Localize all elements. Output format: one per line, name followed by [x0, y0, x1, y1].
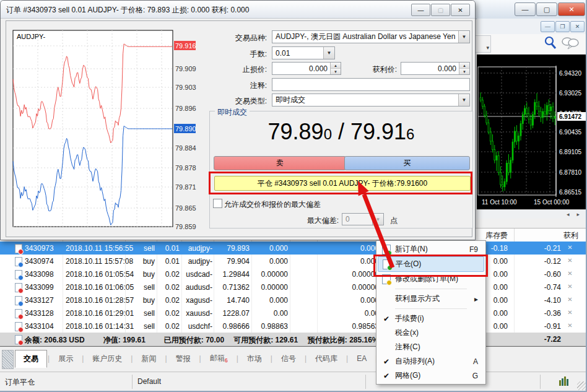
menu-item-c[interactable]: 注释(C)	[378, 340, 484, 354]
comment-input[interactable]	[272, 78, 470, 91]
menu-item-n[interactable]: 新订单(N)F9	[378, 242, 484, 256]
close-order-x-button[interactable]: ✕	[566, 309, 574, 317]
table-row[interactable]: 34330992018.10.16 01:06:05sell0.02audusd…	[0, 281, 587, 294]
main-maximize-button[interactable]: ▢	[536, 2, 557, 16]
dialog-close-button[interactable]: ✕	[451, 4, 470, 16]
group-title: 即时成交	[215, 107, 250, 118]
cell-type: buy	[128, 296, 155, 305]
cell-symbol: audjpy-	[180, 257, 212, 266]
max-deviation-unit: 点	[390, 216, 398, 226]
row-divider	[317, 307, 318, 320]
header-swap[interactable]: 库存费	[479, 230, 508, 241]
close-order-x-button[interactable]: ✕	[566, 270, 574, 278]
symbol-select[interactable]: AUDJPY-, 澳元日圆 Australian Dollar vs Japan…	[272, 30, 470, 43]
status-profile[interactable]: Default	[137, 377, 161, 386]
chat-icon[interactable]	[562, 38, 578, 49]
cell-sl: 0.000	[253, 257, 288, 266]
tab-信号[interactable]: 信号	[273, 351, 304, 367]
takeprofit-input[interactable]: 0.000 ▲▼	[401, 62, 470, 75]
buy-button[interactable]: 买	[344, 156, 470, 170]
cell-symbol: audusd-	[180, 283, 212, 292]
scroll-left-icon[interactable]: ◂	[567, 211, 570, 217]
close-order-x-button[interactable]: ✕	[566, 257, 574, 265]
usdcnh-candle-chart[interactable]: 6.943206.930256.917206.904356.891056.878…	[477, 54, 587, 209]
menu-item-label: 新订单(N)	[395, 244, 469, 255]
menu-item-[interactable]: 获利显示方式▸	[378, 292, 484, 306]
cell-profit: -0.60	[533, 270, 561, 279]
table-row[interactable]: 34331282018.10.16 01:29:01sell0.02xauusd…	[0, 307, 587, 320]
menu-item-label: 税金(x)	[395, 328, 484, 338]
takeprofit-value: 0.000	[401, 64, 459, 73]
chevron-down-icon[interactable]: ▼	[458, 31, 469, 43]
table-row[interactable]: 34331272018.10.16 01:28:57buy0.02xagusd-…	[0, 294, 587, 307]
menu-item-x[interactable]: 税金(x)	[378, 326, 484, 340]
close-position-button[interactable]: 平仓 #3430973 sell 0.01 AUDJPY- 于价格:79.916…	[214, 176, 471, 191]
comment-label: 注释:	[207, 81, 267, 91]
chevron-down-icon: ▾	[486, 45, 489, 51]
menu-item-gutter: ✔	[378, 372, 395, 380]
row-divider	[514, 294, 515, 307]
chart-close-button[interactable]: ✕	[570, 21, 585, 32]
search-icon[interactable]	[546, 37, 555, 48]
cell-lots: 0.01	[159, 257, 180, 266]
max-deviation-checkbox[interactable]	[213, 199, 222, 208]
menu-item-i[interactable]: ✔手续费(i)	[378, 311, 484, 326]
cell-order: 3430973	[25, 244, 62, 253]
terminal-grip[interactable]	[2, 350, 14, 369]
ask-last-digit: 6	[406, 126, 414, 142]
chart-hscrollbar[interactable]: ◂ ▸	[477, 209, 587, 219]
sell-button[interactable]: 卖	[214, 156, 346, 170]
table-row[interactable]: 34331042018.10.16 01:14:31sell0.02usdchf…	[0, 320, 587, 333]
close-order-x-button[interactable]: ✕	[566, 283, 574, 291]
menu-item-o[interactable]: 平仓(O)	[378, 256, 484, 272]
resize-grip[interactable]	[577, 381, 586, 390]
main-close-button[interactable]: ✕	[558, 2, 585, 16]
row-divider	[63, 307, 63, 320]
cell-sl: 0.00000	[253, 283, 288, 292]
tab-展示[interactable]: 展示	[50, 351, 81, 367]
tab-邮箱[interactable]: 邮箱6	[202, 350, 236, 367]
toolbar-dropdown-button[interactable]: ▾	[474, 35, 491, 53]
table-row[interactable]: 34330982018.10.16 01:05:54buy0.02usdcad-…	[0, 268, 587, 281]
table-row[interactable]: 34309732018.10.11 15:56:55sell0.01audjpy…	[0, 242, 587, 255]
buy-order-icon	[15, 296, 22, 305]
close-order-x-button[interactable]: ✕	[566, 322, 574, 330]
takeprofit-stepper[interactable]: ▲▼	[459, 63, 469, 74]
close-order-x-button[interactable]: ✕	[566, 244, 574, 252]
tab-divider: |	[346, 354, 348, 363]
chevron-down-icon[interactable]: ▼	[458, 94, 469, 106]
stoploss-input[interactable]: 0.000 ▲▼	[272, 62, 341, 75]
chart-minimize-button[interactable]: —	[541, 21, 555, 32]
tab-市场[interactable]: 市场	[239, 351, 270, 367]
row-divider	[290, 255, 290, 268]
tab-divider: |	[305, 354, 307, 363]
main-minimize-button[interactable]: —	[515, 2, 536, 16]
tab-新闻[interactable]: 新闻	[133, 351, 164, 367]
sell-order-icon	[15, 309, 22, 318]
tab-代码库[interactable]: 代码库	[307, 351, 346, 367]
menu-item-a[interactable]: ✔自动排列(A)A	[378, 354, 484, 368]
close-order-x-button[interactable]: ✕	[566, 296, 574, 304]
cell-tp: 0.000	[343, 244, 379, 253]
scroll-right-icon[interactable]: ▸	[576, 211, 580, 217]
tab-警报[interactable]: 警报	[168, 351, 199, 367]
order-type-select[interactable]: 即时成交 ▼	[272, 94, 470, 107]
bid-price: 79.89	[268, 119, 324, 144]
cell-tp: 0.00000	[343, 270, 379, 279]
header-profit[interactable]: 获利	[554, 230, 578, 241]
row-divider	[214, 281, 214, 294]
table-row[interactable]: 34309742018.10.11 15:57:08buy0.01audjpy-…	[0, 255, 587, 268]
tab-交易[interactable]: 交易	[15, 350, 47, 368]
chart-restore-button[interactable]: ❐	[555, 21, 570, 32]
dialog-minimize-button[interactable]: —	[411, 4, 430, 16]
order-type-label: 交易类型:	[207, 96, 267, 107]
menu-item-m[interactable]: 修改或删除订单(M)	[378, 272, 484, 286]
cell-tp: 0.000	[343, 296, 379, 305]
menu-item-g[interactable]: ✔网格(G)G	[378, 368, 484, 383]
volume-select[interactable]: 0.01 ▼	[272, 46, 335, 59]
dialog-titlebar[interactable]: 订单 #3430973 sell 0.01 AUDJPY- 于价格: 79.89…	[1, 1, 475, 19]
tab-EA[interactable]: EA	[349, 351, 375, 366]
tab-账户历史[interactable]: 账户历史	[84, 351, 130, 367]
balance-profit-total: -7.22	[533, 335, 561, 344]
chevron-down-icon[interactable]: ▼	[323, 47, 334, 59]
